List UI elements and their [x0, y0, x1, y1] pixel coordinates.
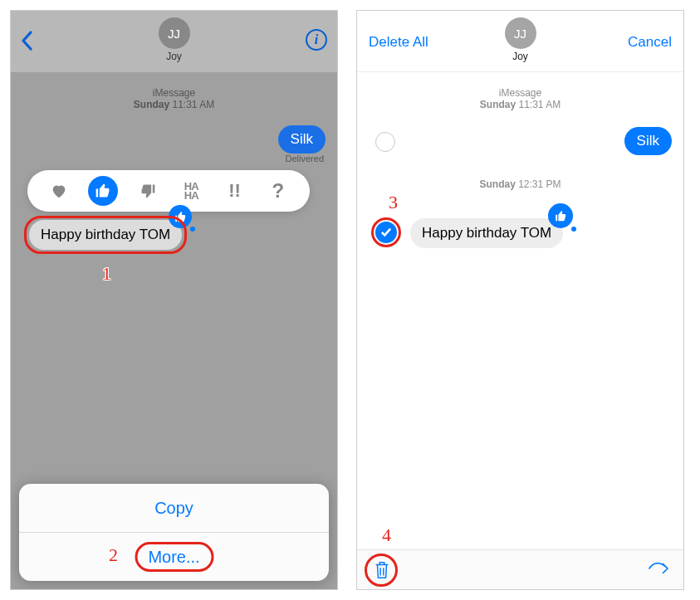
timestamp-meta: iMessage Sunday 11:31 AM [11, 87, 337, 110]
callout-number-2: 2 [109, 544, 118, 566]
timestamp-meta-2: Sunday 12:31 PM [357, 178, 683, 190]
callout-ring-4 [365, 554, 398, 587]
callout-number-1: 1 [102, 263, 111, 285]
action-copy[interactable]: Copy [19, 484, 329, 532]
contact-avatar[interactable]: JJ [159, 17, 190, 49]
info-button[interactable]: i [306, 29, 327, 51]
callout-number-3: 3 [389, 192, 398, 213]
tapback-haha-icon[interactable]: HA HA [177, 177, 205, 205]
tapback-question-icon[interactable]: ? [264, 177, 292, 205]
action-sheet: Copy More... [19, 484, 329, 581]
service-label: iMessage [357, 87, 683, 99]
chat-header: JJ Joy i [11, 11, 337, 72]
contact-name: Joy [11, 51, 337, 62]
incoming-message[interactable]: Happy birthday TOM [410, 218, 563, 248]
chat-header-edit: Delete All JJ Joy Cancel [357, 11, 683, 72]
service-label: iMessage [11, 87, 337, 99]
contact-avatar[interactable]: JJ [505, 17, 536, 49]
action-more[interactable]: More... [19, 533, 329, 581]
delivery-status: Delivered [286, 154, 324, 163]
message-row-2: Happy birthday TOM [357, 213, 683, 255]
callout-ring-3 [371, 217, 401, 247]
left-screenshot: JJ Joy i iMessage Sunday 11:31 AM Silk D… [10, 10, 338, 590]
callout-number-4: 4 [382, 524, 391, 546]
tapback-tail-icon [571, 227, 576, 232]
outgoing-message[interactable]: Silk [624, 127, 672, 155]
cancel-button[interactable]: Cancel [628, 34, 672, 51]
incoming-message[interactable]: Happy birthday TOM [29, 220, 182, 250]
tapback-exclaim-icon[interactable]: !! [220, 177, 248, 205]
incoming-message-wrap: Happy birthday TOM [29, 220, 182, 250]
tapback-heart-icon[interactable] [45, 177, 73, 205]
timestamp-meta: iMessage Sunday 11:31 AM [357, 87, 683, 110]
edit-toolbar [357, 549, 683, 589]
outgoing-message[interactable]: Silk [278, 125, 326, 154]
tapback-thumbs-down-icon[interactable] [134, 177, 162, 205]
tapback-thumbs-up-icon[interactable] [88, 176, 118, 206]
select-circle-empty[interactable] [375, 132, 395, 152]
right-screenshot: Delete All JJ Joy Cancel iMessage Sunday… [356, 10, 684, 590]
contact-name: Joy [357, 51, 683, 62]
share-button[interactable] [647, 559, 670, 581]
tapback-badge-icon [548, 203, 573, 228]
callout-oval-2 [135, 542, 213, 572]
message-row-1: Silk [357, 127, 683, 160]
tapback-menu: HA HA !! ? [27, 170, 310, 212]
trash-button[interactable] [370, 559, 394, 582]
